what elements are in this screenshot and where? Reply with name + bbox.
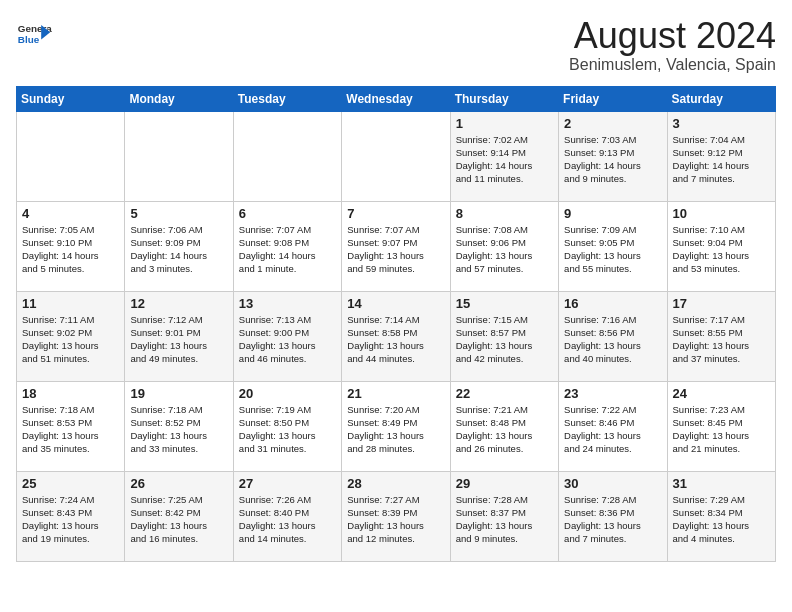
calendar-cell: 23Sunrise: 7:22 AM Sunset: 8:46 PM Dayli… [559, 381, 667, 471]
day-number: 18 [22, 386, 119, 401]
day-number: 10 [673, 206, 770, 221]
day-number: 3 [673, 116, 770, 131]
day-number: 30 [564, 476, 661, 491]
calendar-header-saturday: Saturday [667, 86, 775, 111]
day-number: 23 [564, 386, 661, 401]
calendar-week-row: 18Sunrise: 7:18 AM Sunset: 8:53 PM Dayli… [17, 381, 776, 471]
day-info: Sunrise: 7:17 AM Sunset: 8:55 PM Dayligh… [673, 313, 770, 366]
day-number: 4 [22, 206, 119, 221]
day-info: Sunrise: 7:09 AM Sunset: 9:05 PM Dayligh… [564, 223, 661, 276]
calendar-body: 1Sunrise: 7:02 AM Sunset: 9:14 PM Daylig… [17, 111, 776, 561]
location-subtitle: Benimuslem, Valencia, Spain [569, 56, 776, 74]
day-number: 26 [130, 476, 227, 491]
calendar-header-thursday: Thursday [450, 86, 558, 111]
day-number: 1 [456, 116, 553, 131]
day-number: 28 [347, 476, 444, 491]
day-info: Sunrise: 7:12 AM Sunset: 9:01 PM Dayligh… [130, 313, 227, 366]
day-info: Sunrise: 7:15 AM Sunset: 8:57 PM Dayligh… [456, 313, 553, 366]
calendar-cell: 16Sunrise: 7:16 AM Sunset: 8:56 PM Dayli… [559, 291, 667, 381]
calendar-header-sunday: Sunday [17, 86, 125, 111]
day-number: 5 [130, 206, 227, 221]
calendar-cell: 5Sunrise: 7:06 AM Sunset: 9:09 PM Daylig… [125, 201, 233, 291]
day-number: 17 [673, 296, 770, 311]
calendar-cell: 28Sunrise: 7:27 AM Sunset: 8:39 PM Dayli… [342, 471, 450, 561]
calendar-cell: 17Sunrise: 7:17 AM Sunset: 8:55 PM Dayli… [667, 291, 775, 381]
day-info: Sunrise: 7:14 AM Sunset: 8:58 PM Dayligh… [347, 313, 444, 366]
calendar-cell: 31Sunrise: 7:29 AM Sunset: 8:34 PM Dayli… [667, 471, 775, 561]
day-number: 15 [456, 296, 553, 311]
day-info: Sunrise: 7:23 AM Sunset: 8:45 PM Dayligh… [673, 403, 770, 456]
calendar-cell: 3Sunrise: 7:04 AM Sunset: 9:12 PM Daylig… [667, 111, 775, 201]
calendar-cell: 21Sunrise: 7:20 AM Sunset: 8:49 PM Dayli… [342, 381, 450, 471]
day-number: 8 [456, 206, 553, 221]
day-info: Sunrise: 7:26 AM Sunset: 8:40 PM Dayligh… [239, 493, 336, 546]
calendar-cell: 2Sunrise: 7:03 AM Sunset: 9:13 PM Daylig… [559, 111, 667, 201]
day-info: Sunrise: 7:16 AM Sunset: 8:56 PM Dayligh… [564, 313, 661, 366]
day-number: 13 [239, 296, 336, 311]
calendar-header-row: SundayMondayTuesdayWednesdayThursdayFrid… [17, 86, 776, 111]
day-info: Sunrise: 7:07 AM Sunset: 9:07 PM Dayligh… [347, 223, 444, 276]
calendar-cell: 30Sunrise: 7:28 AM Sunset: 8:36 PM Dayli… [559, 471, 667, 561]
day-info: Sunrise: 7:27 AM Sunset: 8:39 PM Dayligh… [347, 493, 444, 546]
day-info: Sunrise: 7:22 AM Sunset: 8:46 PM Dayligh… [564, 403, 661, 456]
day-number: 2 [564, 116, 661, 131]
day-number: 12 [130, 296, 227, 311]
calendar-cell: 26Sunrise: 7:25 AM Sunset: 8:42 PM Dayli… [125, 471, 233, 561]
svg-text:Blue: Blue [18, 34, 40, 45]
calendar-cell: 8Sunrise: 7:08 AM Sunset: 9:06 PM Daylig… [450, 201, 558, 291]
calendar-cell: 25Sunrise: 7:24 AM Sunset: 8:43 PM Dayli… [17, 471, 125, 561]
day-number: 29 [456, 476, 553, 491]
day-info: Sunrise: 7:10 AM Sunset: 9:04 PM Dayligh… [673, 223, 770, 276]
day-info: Sunrise: 7:28 AM Sunset: 8:37 PM Dayligh… [456, 493, 553, 546]
calendar-cell: 15Sunrise: 7:15 AM Sunset: 8:57 PM Dayli… [450, 291, 558, 381]
day-info: Sunrise: 7:18 AM Sunset: 8:53 PM Dayligh… [22, 403, 119, 456]
calendar-cell: 13Sunrise: 7:13 AM Sunset: 9:00 PM Dayli… [233, 291, 341, 381]
day-info: Sunrise: 7:28 AM Sunset: 8:36 PM Dayligh… [564, 493, 661, 546]
day-number: 21 [347, 386, 444, 401]
calendar-cell: 27Sunrise: 7:26 AM Sunset: 8:40 PM Dayli… [233, 471, 341, 561]
day-info: Sunrise: 7:20 AM Sunset: 8:49 PM Dayligh… [347, 403, 444, 456]
calendar-cell: 20Sunrise: 7:19 AM Sunset: 8:50 PM Dayli… [233, 381, 341, 471]
day-number: 22 [456, 386, 553, 401]
calendar-cell: 24Sunrise: 7:23 AM Sunset: 8:45 PM Dayli… [667, 381, 775, 471]
calendar-cell: 11Sunrise: 7:11 AM Sunset: 9:02 PM Dayli… [17, 291, 125, 381]
calendar-cell: 12Sunrise: 7:12 AM Sunset: 9:01 PM Dayli… [125, 291, 233, 381]
calendar-header-tuesday: Tuesday [233, 86, 341, 111]
month-year-title: August 2024 [569, 16, 776, 56]
calendar-cell: 10Sunrise: 7:10 AM Sunset: 9:04 PM Dayli… [667, 201, 775, 291]
day-info: Sunrise: 7:02 AM Sunset: 9:14 PM Dayligh… [456, 133, 553, 186]
day-info: Sunrise: 7:19 AM Sunset: 8:50 PM Dayligh… [239, 403, 336, 456]
calendar-cell [233, 111, 341, 201]
calendar-cell: 7Sunrise: 7:07 AM Sunset: 9:07 PM Daylig… [342, 201, 450, 291]
calendar-week-row: 25Sunrise: 7:24 AM Sunset: 8:43 PM Dayli… [17, 471, 776, 561]
calendar-cell: 4Sunrise: 7:05 AM Sunset: 9:10 PM Daylig… [17, 201, 125, 291]
day-info: Sunrise: 7:29 AM Sunset: 8:34 PM Dayligh… [673, 493, 770, 546]
day-info: Sunrise: 7:13 AM Sunset: 9:00 PM Dayligh… [239, 313, 336, 366]
day-info: Sunrise: 7:03 AM Sunset: 9:13 PM Dayligh… [564, 133, 661, 186]
page-header: General Blue August 2024 Benimuslem, Val… [16, 16, 776, 74]
day-info: Sunrise: 7:18 AM Sunset: 8:52 PM Dayligh… [130, 403, 227, 456]
day-number: 25 [22, 476, 119, 491]
logo-icon: General Blue [16, 16, 52, 52]
day-info: Sunrise: 7:21 AM Sunset: 8:48 PM Dayligh… [456, 403, 553, 456]
calendar-cell: 19Sunrise: 7:18 AM Sunset: 8:52 PM Dayli… [125, 381, 233, 471]
calendar-week-row: 1Sunrise: 7:02 AM Sunset: 9:14 PM Daylig… [17, 111, 776, 201]
logo: General Blue [16, 16, 52, 52]
calendar-cell: 22Sunrise: 7:21 AM Sunset: 8:48 PM Dayli… [450, 381, 558, 471]
day-info: Sunrise: 7:07 AM Sunset: 9:08 PM Dayligh… [239, 223, 336, 276]
calendar-header-friday: Friday [559, 86, 667, 111]
day-number: 16 [564, 296, 661, 311]
calendar-cell: 14Sunrise: 7:14 AM Sunset: 8:58 PM Dayli… [342, 291, 450, 381]
calendar-header-monday: Monday [125, 86, 233, 111]
day-info: Sunrise: 7:05 AM Sunset: 9:10 PM Dayligh… [22, 223, 119, 276]
title-block: August 2024 Benimuslem, Valencia, Spain [569, 16, 776, 74]
calendar-week-row: 4Sunrise: 7:05 AM Sunset: 9:10 PM Daylig… [17, 201, 776, 291]
day-number: 7 [347, 206, 444, 221]
day-number: 20 [239, 386, 336, 401]
calendar-week-row: 11Sunrise: 7:11 AM Sunset: 9:02 PM Dayli… [17, 291, 776, 381]
day-info: Sunrise: 7:04 AM Sunset: 9:12 PM Dayligh… [673, 133, 770, 186]
day-number: 27 [239, 476, 336, 491]
calendar-cell: 1Sunrise: 7:02 AM Sunset: 9:14 PM Daylig… [450, 111, 558, 201]
calendar-cell [342, 111, 450, 201]
day-number: 11 [22, 296, 119, 311]
